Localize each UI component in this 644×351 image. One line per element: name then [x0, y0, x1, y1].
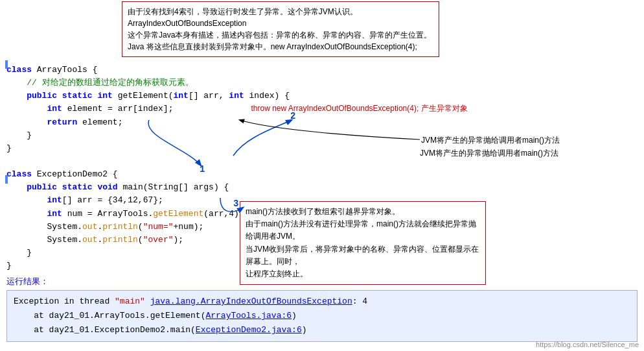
top-annotation-line1: 由于没有找到4索引，导致运行时发生了异常。这个异常JVM认识。ArrayInde…: [128, 6, 433, 29]
main-container: 由于没有找到4索引，导致运行时发生了异常。这个异常JVM认识。ArrayInde…: [0, 0, 644, 351]
code-line-method2: public static void main(String[] args) {: [6, 181, 638, 194]
top-annotation-box: 由于没有找到4索引，导致运行时发生了异常。这个异常JVM认识。ArrayInde…: [122, 1, 439, 57]
code-line-close1: }: [6, 129, 638, 142]
code-line-method1: public static int getElement(int[] arr, …: [6, 90, 638, 103]
bottom-line4: 让程序立刻终止。: [246, 268, 480, 280]
bottom-line1: main()方法接收到了数组索引越界异常对象。: [246, 206, 480, 218]
bottom-line2: 由于main()方法并没有进行处理异常，main()方法就会继续把异常抛给调用者…: [246, 218, 480, 243]
result-line3: at day21_01.ExceptionDemo2.main(Exceptio…: [14, 323, 630, 337]
code-line-class2: class ExceptionDemo2 {: [6, 168, 638, 181]
code-line-return: return element;: [6, 116, 638, 129]
bottom-line3: 当JVM收到异常后，将异常对象中的名称、异常内容、位置都显示在屏幕上。同时，: [246, 243, 480, 268]
bottom-annotation-box: main()方法接收到了数组索引越界异常对象。 由于main()方法并没有进行处…: [240, 201, 486, 285]
watermark: https://blog.csdn.net/Silence_me: [536, 341, 639, 348]
right-annotation: JVM将产生的异常抛给调用者main()方法: [420, 148, 627, 159]
result-box: Exception in thread "main" java.lang.Arr…: [6, 290, 638, 342]
code-line-class1: class ArrayTools {: [6, 64, 638, 77]
top-annotation-line3: Java 将这些信息直接封装到异常对象中。new ArrayIndexOutOf…: [128, 41, 433, 53]
code-line-comment: // 对给定的数组通过给定的角标获取元素。: [6, 77, 638, 90]
result-line1: Exception in thread "main" java.lang.Arr…: [14, 295, 630, 309]
code-line-element: int element = arr[index];throw new Array…: [6, 103, 638, 115]
top-annotation-line2: 这个异常Java本身有描述，描述内容包括：异常的名称、异常的内容、异常的产生位置…: [128, 29, 433, 41]
result-line2: at day21_01.ArrayTools.getElement(ArrayT…: [14, 309, 630, 323]
